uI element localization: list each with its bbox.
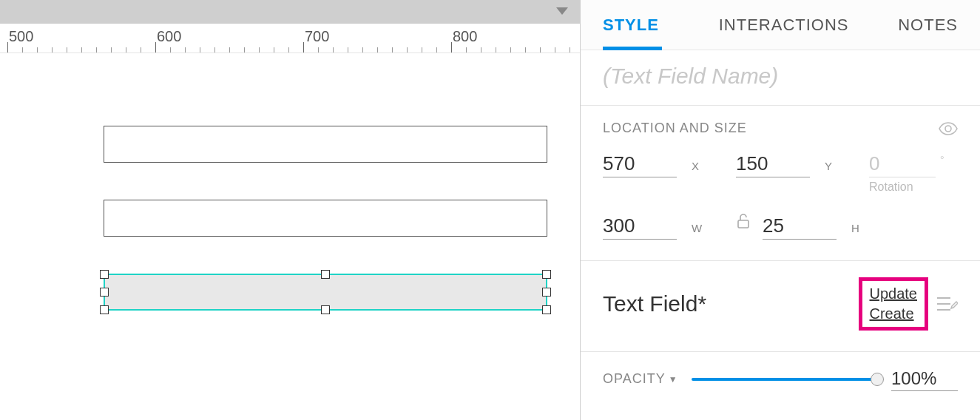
widget-rectangle-1[interactable] [104, 126, 547, 163]
svg-point-0 [945, 126, 951, 132]
resize-handle-br[interactable] [542, 305, 551, 314]
toolbar-dropdown-caret[interactable] [556, 7, 568, 15]
widget-selected-text-field[interactable] [104, 274, 547, 311]
opacity-value-input[interactable] [891, 367, 958, 391]
inspector-tabs: STYLE INTERACTIONS NOTES [581, 0, 980, 50]
rotation-input[interactable] [869, 151, 936, 177]
resize-handle-bc[interactable] [321, 305, 330, 314]
horizontal-ruler: 500600700800 [0, 24, 580, 53]
height-input[interactable] [763, 213, 837, 240]
svg-rect-1 [738, 220, 748, 228]
tab-interactions[interactable]: INTERACTIONS [684, 0, 883, 50]
style-actions-highlight: Update Create [859, 277, 929, 331]
width-input[interactable] [603, 213, 677, 240]
design-canvas[interactable] [0, 53, 580, 420]
width-label: W [692, 222, 703, 234]
resize-handle-tc[interactable] [321, 270, 330, 279]
toolbar-strip [0, 0, 580, 24]
create-style-link[interactable]: Create [870, 305, 918, 322]
x-input[interactable] [603, 151, 677, 177]
height-label: H [851, 222, 860, 234]
manage-styles-icon[interactable] [936, 294, 958, 314]
x-label: X [692, 160, 700, 172]
rotation-label: Rotation [869, 180, 913, 194]
visibility-icon[interactable] [939, 122, 958, 135]
opacity-label[interactable]: OPACITY ▼ [603, 371, 678, 387]
tab-notes[interactable]: NOTES [883, 0, 980, 50]
y-label: Y [825, 160, 833, 172]
resize-handle-mr[interactable] [542, 288, 551, 297]
opacity-section: OPACITY ▼ [581, 352, 980, 406]
name-section: (Text Field Name) [581, 50, 980, 106]
canvas-area: 500600700800 [0, 0, 581, 420]
widget-type-label[interactable]: Text Field* [603, 291, 706, 316]
location-size-section: LOCATION AND SIZE X Y ° Rotation [581, 106, 980, 261]
opacity-dropdown-caret: ▼ [669, 374, 678, 385]
opacity-slider[interactable] [692, 378, 878, 381]
lock-aspect-icon[interactable] [736, 213, 752, 229]
resize-handle-tr[interactable] [542, 270, 551, 279]
y-input[interactable] [736, 151, 810, 177]
update-style-link[interactable]: Update [870, 285, 918, 302]
widget-style-section: Text Field* Update Create [581, 261, 980, 352]
resize-handle-ml[interactable] [100, 288, 109, 297]
widget-rectangle-2[interactable] [104, 200, 547, 237]
location-size-title: LOCATION AND SIZE [603, 121, 747, 136]
opacity-slider-thumb[interactable] [871, 373, 884, 386]
opacity-label-text: OPACITY [603, 371, 666, 387]
resize-handle-tl[interactable] [100, 270, 109, 279]
inspector-panel: STYLE INTERACTIONS NOTES (Text Field Nam… [581, 0, 980, 420]
degree-symbol: ° [940, 154, 944, 166]
tab-style[interactable]: STYLE [581, 0, 684, 50]
widget-name-input[interactable]: (Text Field Name) [603, 64, 958, 89]
resize-handle-bl[interactable] [100, 305, 109, 314]
